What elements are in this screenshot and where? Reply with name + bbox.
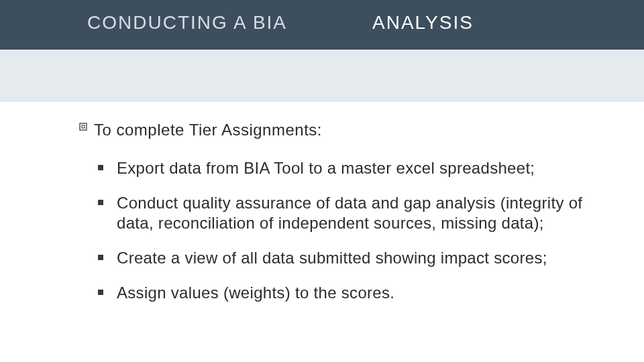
list-item: Create a view of all data submitted show… — [79, 248, 604, 268]
title-right: ANALYSIS — [372, 12, 474, 34]
list-item: Export data from BIA Tool to a master ex… — [79, 158, 604, 178]
list-item: Conduct quality assurance of data and ga… — [79, 193, 604, 233]
square-bullet-icon — [98, 290, 103, 295]
list-item-text: Conduct quality assurance of data and ga… — [117, 194, 582, 232]
square-bullet-icon — [98, 255, 103, 260]
list-item-text: Assign values (weights) to the scores. — [117, 284, 394, 302]
square-bullet-icon — [98, 200, 103, 205]
svg-rect-1 — [82, 125, 85, 128]
slide: CONDUCTING A BIA ANALYSIS To complete Ti… — [0, 0, 644, 362]
title-left: CONDUCTING A BIA — [87, 12, 287, 34]
intro-line: To complete Tier Assignments: — [79, 121, 604, 139]
intro-bullet-icon — [79, 122, 89, 131]
content-area: To complete Tier Assignments: Export dat… — [79, 121, 604, 318]
list-item-text: Create a view of all data submitted show… — [117, 249, 547, 267]
list-item-text: Export data from BIA Tool to a master ex… — [117, 159, 535, 177]
square-bullet-icon — [98, 165, 103, 170]
spacer-band — [0, 50, 644, 102]
svg-rect-0 — [80, 123, 87, 130]
title-band: CONDUCTING A BIA ANALYSIS — [0, 0, 644, 50]
intro-text: To complete Tier Assignments: — [94, 121, 322, 139]
list-item: Assign values (weights) to the scores. — [79, 283, 604, 303]
